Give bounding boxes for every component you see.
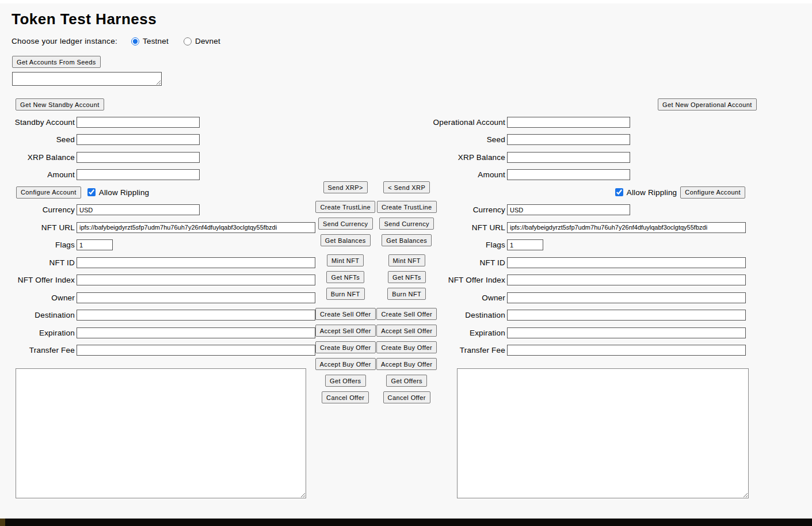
get-new-standby-account-button[interactable]: Get New Standby Account <box>16 98 104 110</box>
action-row-create-sell-offer: Create Sell Offer Create Sell Offer <box>315 308 437 320</box>
operational-get-offers-button[interactable]: Get Offers <box>386 375 427 387</box>
form-row: Flags <box>0 239 322 251</box>
standby-get-balances-button[interactable]: Get Balances <box>321 234 371 246</box>
standby-allow-rippling-label[interactable]: Allow Rippling <box>99 188 150 197</box>
operational-burn-nft-button[interactable]: Burn NFT <box>387 288 426 300</box>
operational-allow-rippling-checkbox[interactable] <box>615 188 623 196</box>
standby-accept-buy-offer-button[interactable]: Accept Buy Offer <box>315 358 376 370</box>
action-row-accept-buy-offer: Accept Buy Offer Accept Buy Offer <box>315 358 437 370</box>
operational-amount-label: Amount <box>430 170 507 179</box>
radio-option-testnet[interactable]: Testnet <box>131 37 169 45</box>
standby-currency-input[interactable] <box>77 204 200 215</box>
operational-nft-offer-index-input[interactable] <box>507 275 746 285</box>
screen-artifact <box>0 519 5 526</box>
form-row: Owner <box>430 292 746 303</box>
standby-nft-id-input[interactable] <box>77 257 315 268</box>
operational-xrp-balance-input[interactable] <box>507 152 630 163</box>
operational-mint-nft-button[interactable]: Mint NFT <box>388 254 425 266</box>
standby-get-nfts-button[interactable]: Get NFTs <box>326 271 364 283</box>
standby-flags-input[interactable] <box>77 239 113 250</box>
standby-get-offers-button[interactable]: Get Offers <box>325 375 366 387</box>
operational-expiration-input[interactable] <box>507 327 746 338</box>
action-row-get-balances: Get Balances Get Balances <box>315 234 437 246</box>
standby-destination-label: Destination <box>0 311 77 319</box>
operational-get-nfts-button[interactable]: Get NFTs <box>388 271 426 283</box>
form-row: NFT Offer Index <box>0 275 322 286</box>
ledger-selector: Choose your ledger instance: Testnet Dev… <box>12 37 235 45</box>
operational-allow-rippling-label[interactable]: Allow Rippling <box>627 188 677 197</box>
devnet-radio[interactable] <box>184 37 192 45</box>
standby-flags-label: Flags <box>0 241 77 249</box>
radio-option-devnet[interactable]: Devnet <box>184 37 220 45</box>
standby-owner-input[interactable] <box>77 292 315 303</box>
operational-owner-label: Owner <box>430 294 507 302</box>
operational-account-label: Operational Account <box>430 118 507 127</box>
standby-results-textarea[interactable] <box>16 368 306 498</box>
form-row: Seed <box>0 134 322 146</box>
testnet-radio[interactable] <box>131 37 139 45</box>
operational-create-buy-offer-button[interactable]: Create Buy Offer <box>376 341 437 353</box>
operational-owner-input[interactable] <box>507 292 746 303</box>
form-row: Amount <box>0 169 322 181</box>
standby-nft-url-input[interactable] <box>77 222 315 233</box>
standby-create-buy-offer-button[interactable]: Create Buy Offer <box>315 341 376 353</box>
standby-create-trustline-button[interactable]: Create TrustLine <box>315 201 375 213</box>
standby-nft-offer-index-label: NFT Offer Index <box>0 276 77 284</box>
form-row: Amount <box>430 169 746 181</box>
form-row: Seed <box>430 134 746 146</box>
action-row-cancel-offer: Cancel Offer Cancel Offer <box>315 391 437 403</box>
operational-account-input[interactable] <box>507 117 630 128</box>
standby-amount-label: Amount <box>0 170 77 179</box>
form-row: Destination <box>430 310 746 321</box>
standby-create-sell-offer-button[interactable]: Create Sell Offer <box>315 308 376 320</box>
operational-cancel-offer-button[interactable]: Cancel Offer <box>383 391 430 403</box>
action-row-get-nfts: Get NFTs Get NFTs <box>315 271 437 283</box>
operational-get-balances-button[interactable]: Get Balances <box>382 234 432 246</box>
standby-seed-input[interactable] <box>77 134 200 145</box>
devnet-label[interactable]: Devnet <box>195 37 220 45</box>
operational-transfer-fee-input[interactable] <box>507 345 746 356</box>
standby-xrp-balance-input[interactable] <box>77 152 200 163</box>
operational-accept-sell-offer-button[interactable]: Accept Sell Offer <box>376 325 437 337</box>
operational-nft-url-input[interactable] <box>507 222 746 233</box>
operational-nft-id-input[interactable] <box>507 257 746 268</box>
action-row-create-buy-offer: Create Buy Offer Create Buy Offer <box>315 341 437 353</box>
operational-amount-input[interactable] <box>507 169 630 180</box>
standby-nft-offer-index-input[interactable] <box>77 275 315 285</box>
standby-destination-input[interactable] <box>77 310 315 321</box>
form-row: NFT URL <box>0 222 322 233</box>
standby-xrp-balance-label: XRP Balance <box>0 153 77 162</box>
operational-seed-input[interactable] <box>507 134 630 145</box>
operational-results-textarea[interactable] <box>457 368 749 498</box>
operational-send-xrp-button[interactable]: < Send XRP <box>383 181 430 193</box>
operational-flags-input[interactable] <box>507 239 543 250</box>
operational-currency-input[interactable] <box>507 204 630 215</box>
configure-operational-account-button[interactable]: Configure Account <box>680 186 745 199</box>
operational-destination-input[interactable] <box>507 310 746 321</box>
standby-accept-sell-offer-button[interactable]: Accept Sell Offer <box>315 325 376 337</box>
operational-create-trustline-button[interactable]: Create TrustLine <box>377 201 437 213</box>
operational-xrp-balance-label: XRP Balance <box>430 153 507 162</box>
standby-account-input[interactable] <box>77 117 200 128</box>
operational-create-sell-offer-button[interactable]: Create Sell Offer <box>376 308 437 320</box>
seeds-textarea[interactable] <box>12 72 162 86</box>
action-row-send-xrp: Send XRP> < Send XRP <box>315 181 437 193</box>
standby-burn-nft-button[interactable]: Burn NFT <box>326 288 365 300</box>
ledger-instance-label: Choose your ledger instance: <box>12 37 117 45</box>
standby-transfer-fee-input[interactable] <box>77 345 315 356</box>
operational-send-currency-button[interactable]: Send Currency <box>379 218 434 230</box>
get-new-operational-account-button[interactable]: Get New Operational Account <box>658 98 757 110</box>
standby-mint-nft-button[interactable]: Mint NFT <box>327 254 364 266</box>
operational-nft-offer-index-label: NFT Offer Index <box>430 276 507 284</box>
standby-nft-id-label: NFT ID <box>0 258 77 267</box>
standby-allow-rippling-checkbox[interactable] <box>87 188 96 196</box>
testnet-label[interactable]: Testnet <box>143 37 169 45</box>
standby-send-xrp-button[interactable]: Send XRP> <box>323 181 368 193</box>
standby-cancel-offer-button[interactable]: Cancel Offer <box>322 391 369 403</box>
operational-accept-buy-offer-button[interactable]: Accept Buy Offer <box>376 358 437 370</box>
standby-amount-input[interactable] <box>77 169 200 180</box>
get-accounts-from-seeds-button[interactable]: Get Accounts From Seeds <box>12 56 101 68</box>
standby-expiration-input[interactable] <box>77 327 315 338</box>
configure-standby-account-button[interactable]: Configure Account <box>16 186 81 199</box>
standby-send-currency-button[interactable]: Send Currency <box>318 218 373 230</box>
